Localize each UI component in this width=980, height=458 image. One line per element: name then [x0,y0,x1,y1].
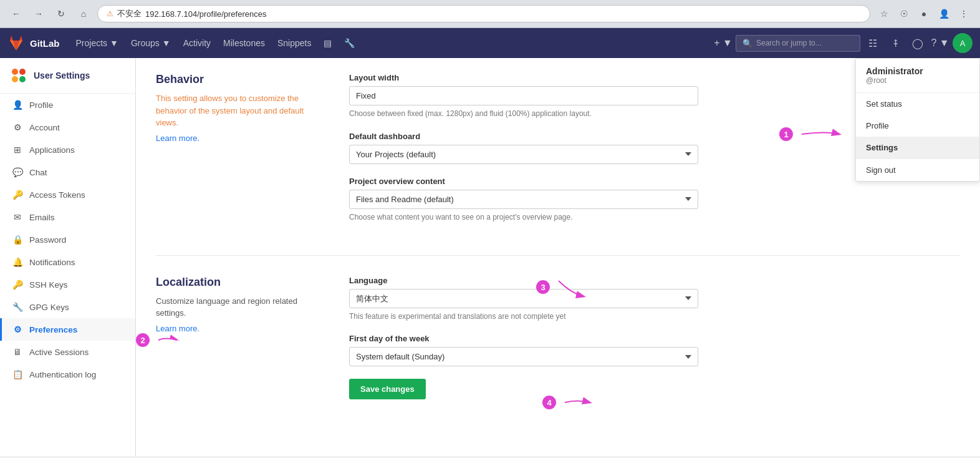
sidebar-item-profile[interactable]: 👤 Profile [0,94,135,116]
default-dashboard-select[interactable]: Your Projects (default) Starred Projects… [349,145,698,164]
search-icon: 🔍 [742,39,752,48]
language-select[interactable]: 简体中文 English Deutsch Français 日本語 [349,289,698,308]
back-button[interactable]: ← [7,5,25,22]
sidebar-item-account[interactable]: ⚙ Account [0,116,135,139]
nav-activity-label: Activity [183,38,211,48]
merge-requests-btn[interactable]: ⤉ [885,33,905,53]
user-dropdown: Administrator @root Set status Profile S… [855,58,980,182]
behavior-section-title: Behavior [156,73,315,86]
localization-section-title: Localization [156,276,315,289]
sidebar-item-notifications[interactable]: 🔔 Notifications [0,251,135,273]
sidebar-auth-log-label: Authentication log [29,370,96,379]
dropdown-settings[interactable]: Settings [856,137,979,158]
bookmark-icon[interactable]: ☆ [875,5,893,22]
sidebar-gpg-keys-label: GPG Keys [29,303,69,312]
extension-icon[interactable]: ● [915,5,933,22]
nav-activity[interactable]: Activity [177,28,217,58]
shield-icon[interactable]: ☉ [895,5,913,22]
dropdown-set-status[interactable]: Set status [856,93,979,115]
forward-button[interactable]: → [30,5,47,22]
layout-width-input[interactable] [349,86,698,105]
account-nav-icon: ⚙ [12,122,23,132]
help-btn[interactable]: ? ▼ [930,33,950,53]
ssh-keys-nav-icon: 🔑 [12,280,23,290]
password-nav-icon: 🔒 [12,235,23,245]
sidebar-item-access-tokens[interactable]: 🔑 Access Tokens [0,183,135,206]
chart-icon: ▤ [324,38,332,48]
sidebar-logo-icon [10,67,27,84]
behavior-section-desc: This setting allows you to customize the… [156,92,315,129]
sidebar-toggle-btn[interactable]: ☷ [863,33,883,53]
behavior-section-left: Behavior This setting allows you to cust… [156,73,330,143]
first-day-label: First day of the week [349,334,960,343]
behavior-learn-more-link[interactable]: Learn more. [156,134,199,143]
sidebar-item-chat[interactable]: 💬 Chat [0,161,135,183]
first-day-select[interactable]: System default (Sunday) Sunday Monday Sa… [349,347,698,366]
language-label: Language [349,276,960,285]
sidebar-item-active-sessions[interactable]: 🖥 Active Sessions [0,341,135,363]
gpg-keys-nav-icon: 🔧 [12,302,23,312]
svg-point-1 [19,69,26,75]
sidebar-applications-label: Applications [29,145,75,155]
plus-btn[interactable]: + ▼ [713,33,733,53]
nav-groups-label: Groups [131,38,160,48]
dropdown-header: Administrator @root [856,59,979,93]
project-overview-help: Choose what content you want to see on a… [349,212,960,223]
active-sessions-nav-icon: 🖥 [12,347,23,357]
sidebar-item-gpg-keys[interactable]: 🔧 GPG Keys [0,296,135,318]
profile-nav-icon: 👤 [12,100,23,110]
sidebar-active-sessions-label: Active Sessions [29,348,89,357]
profile-icon[interactable]: 👤 [935,5,953,22]
localization-section-desc: Customize language and region related se… [156,295,315,319]
sidebar: User Settings 👤 Profile ⚙ Account ⊞ Appl… [0,58,136,456]
sidebar-preferences-label: Preferences [29,325,77,334]
sidebar-item-emails[interactable]: ✉ Emails [0,206,135,228]
project-overview-group: Project overview content Files and Readm… [349,177,960,223]
address-bar[interactable]: ⚠ 不安全 192.168.7.104/profile/preferences [97,5,870,22]
user-avatar-btn[interactable]: A [953,33,973,53]
gitlab-topnav: GitLab Projects ▼ Groups ▼ Activity Mile… [0,28,980,58]
sidebar-password-label: Password [29,235,66,245]
issues-btn[interactable]: ◯ [908,33,928,53]
nav-projects[interactable]: Projects ▼ [70,28,125,58]
sidebar-emails-label: Emails [29,213,55,222]
search-box[interactable]: 🔍 Search or jump to... [736,35,860,52]
nav-milestones-label: Milestones [223,38,265,48]
notifications-nav-icon: 🔔 [12,257,23,267]
dropdown-profile[interactable]: Profile [856,115,979,137]
project-overview-select[interactable]: Files and Readme (default) Readme Activi… [349,190,698,209]
browser-chrome: ← → ↻ ⌂ ⚠ 不安全 192.168.7.104/profile/pref… [0,0,980,28]
gitlab-logo-icon [7,34,25,52]
nav-projects-label: Projects [76,38,108,48]
home-button[interactable]: ⌂ [75,5,92,22]
content-area: Behavior This setting allows you to cust… [136,58,980,456]
sidebar-item-auth-log[interactable]: 📋 Authentication log [0,363,135,386]
projects-chevron-icon: ▼ [110,38,118,48]
nav-right-area: + ▼ 🔍 Search or jump to... ☷ ⤉ ◯ ? ▼ A [713,33,973,53]
sidebar-item-preferences[interactable]: ⚙ Preferences [0,318,135,341]
behavior-section: Behavior This setting allows you to cust… [156,73,960,256]
nav-milestones[interactable]: Milestones [217,28,271,58]
auth-log-nav-icon: 📋 [12,369,23,379]
dropdown-sign-out[interactable]: Sign out [856,159,979,181]
nav-snippets-label: Snippets [277,38,311,48]
sidebar-item-applications[interactable]: ⊞ Applications [0,139,135,161]
access-tokens-nav-icon: 🔑 [12,190,23,200]
nav-snippets[interactable]: Snippets [271,28,317,58]
sidebar-ssh-keys-label: SSH Keys [29,280,68,290]
search-placeholder: Search or jump to... [756,39,822,47]
sidebar-item-ssh-keys[interactable]: 🔑 SSH Keys [0,273,135,296]
menu-icon[interactable]: ⋮ [955,5,973,22]
nav-wrench-icon[interactable]: 🔧 [338,28,361,58]
gitlab-logo[interactable]: GitLab [7,34,60,52]
sidebar-notifications-label: Notifications [29,258,75,267]
nav-groups[interactable]: Groups ▼ [125,28,177,58]
nav-chart-icon[interactable]: ▤ [317,28,338,58]
localization-learn-more-link[interactable]: Learn more. [156,324,199,333]
main-layout: User Settings 👤 Profile ⚙ Account ⊞ Appl… [0,58,980,456]
first-day-group: First day of the week System default (Su… [349,334,960,366]
sidebar-item-password[interactable]: 🔒 Password [0,228,135,251]
reload-button[interactable]: ↻ [52,5,70,22]
save-changes-button[interactable]: Save changes [349,379,426,399]
security-label: 不安全 [117,8,142,19]
